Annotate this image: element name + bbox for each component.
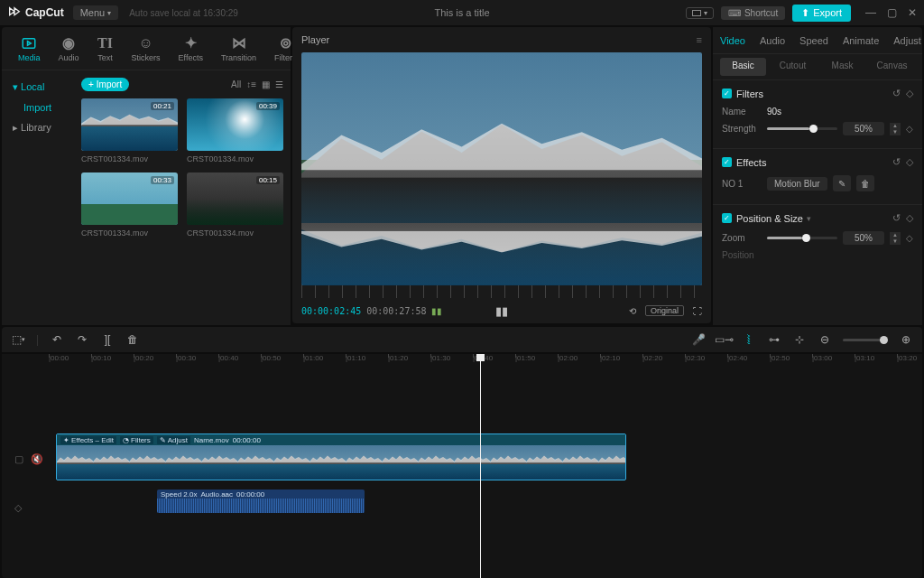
filters-checkbox[interactable]: ✓	[722, 89, 732, 98]
record-vo-icon[interactable]: 🎤	[691, 332, 706, 347]
filter-name-value: 90s	[767, 107, 781, 117]
document-title[interactable]: This is a title	[434, 7, 489, 18]
zoom-out-icon[interactable]: ⊖	[818, 332, 832, 347]
maximize-button[interactable]: ▢	[887, 6, 897, 19]
snapshot-icon[interactable]: ⟲	[629, 306, 636, 316]
keyframe-icon[interactable]: ◇	[906, 233, 913, 243]
preview-icon[interactable]: ⊹	[792, 332, 807, 347]
reset-icon[interactable]: ↺	[892, 156, 901, 168]
video-mute-icon[interactable]: 🔇	[31, 453, 43, 465]
audio-clip-name: Audio.aac	[200, 490, 233, 499]
indicator-icon: ▮▮	[431, 306, 442, 316]
export-button[interactable]: ⬆ Export	[792, 5, 851, 22]
close-button[interactable]: ✕	[908, 6, 917, 19]
tab-media[interactable]: Media	[9, 27, 50, 70]
clip-tag-filters[interactable]: ◔ Filters	[120, 436, 153, 444]
stickers-icon: ☺	[138, 35, 154, 51]
clip-tag-adjust[interactable]: ✎ Adjust	[157, 436, 190, 444]
strength-value[interactable]: 50%	[843, 122, 884, 135]
undo-button[interactable]: ↶	[50, 332, 64, 347]
tab-effects[interactable]: ✦ Effects	[170, 27, 212, 70]
inspector-tab-speed[interactable]: Speed	[792, 27, 836, 53]
edit-effect-button[interactable]: ✎	[833, 175, 851, 191]
keyframe-icon[interactable]: ◇	[906, 212, 913, 224]
reset-icon[interactable]: ↺	[892, 212, 901, 224]
app-logo: CapCut	[7, 5, 64, 20]
sidebar-item-local[interactable]: ▾ Local	[2, 76, 74, 98]
sort-icon[interactable]: ↕≡	[246, 79, 256, 89]
section-filters: ✓ Filters ↺ ◇ Name 90s Strength 50% ▲▼	[713, 79, 922, 148]
delete-button[interactable]: 🗑	[125, 332, 140, 347]
strength-spinner[interactable]: ▲▼	[890, 123, 901, 135]
timeline-video-clip[interactable]: ✦ Effects – Edit ◔ Filters ✎ Adjust Name…	[56, 434, 626, 480]
inspector-tab-video[interactable]: Video	[713, 27, 753, 53]
shortcut-button[interactable]: ⌨ Shortcut	[721, 6, 785, 20]
media-clip[interactable]: 00:21 CRST001334.mov	[81, 98, 178, 163]
player-viewport[interactable]	[301, 52, 702, 285]
delete-effect-button[interactable]: 🗑	[856, 175, 874, 191]
keyframe-icon[interactable]: ◇	[906, 88, 913, 99]
keyboard-icon: ⌨	[728, 8, 741, 18]
split-button[interactable]: ][	[100, 332, 115, 347]
player-menu-icon[interactable]: ≡	[697, 34, 702, 45]
quality-original[interactable]: Original	[645, 305, 684, 316]
view-list-icon[interactable]: ☰	[275, 79, 283, 89]
media-clip[interactable]: 00:39 CRST001334.mov	[187, 98, 283, 163]
magnetic-icon[interactable]: ▭⊸	[716, 332, 731, 347]
link-icon[interactable]: ⊶	[767, 332, 781, 347]
position-label: Position	[722, 250, 762, 260]
timeline-ruler[interactable]: |00:00|00:10|00:20|00:30|00:40|00:50|01:…	[49, 354, 922, 368]
chevron-down-icon[interactable]: ▾	[807, 214, 811, 223]
sidebar-item-import[interactable]: Import	[2, 98, 74, 117]
menu-button[interactable]: Menu ▾	[73, 5, 119, 20]
tab-stickers[interactable]: ☺ Stickers	[123, 27, 170, 70]
audio-track-lock-icon[interactable]: ◇	[14, 502, 22, 514]
import-button[interactable]: + Import	[81, 78, 129, 91]
strength-slider[interactable]	[767, 127, 837, 130]
tab-transition[interactable]: ⋈ Transition	[212, 27, 265, 70]
clip-tag-effects[interactable]: ✦ Effects – Edit	[60, 436, 116, 444]
aspect-icon	[692, 10, 701, 16]
timeline-zoom-slider[interactable]	[843, 339, 888, 341]
aspect-ratio-button[interactable]: ▾	[686, 7, 714, 19]
select-tool[interactable]: ⬚▾	[11, 332, 25, 347]
tab-audio[interactable]: ◉ Audio	[50, 27, 88, 70]
keyframe-icon[interactable]: ◇	[906, 156, 913, 168]
keyframe-icon[interactable]: ◇	[906, 124, 913, 134]
subtab-mask[interactable]: Mask	[819, 58, 865, 76]
effect-name: Motion Blur	[767, 177, 827, 191]
minimize-button[interactable]: —	[865, 6, 876, 19]
inspector-tab-audio[interactable]: Audio	[753, 27, 792, 53]
subtab-cutout[interactable]: Cutout	[770, 58, 816, 76]
video-track-toggle[interactable]: ▢	[14, 453, 23, 465]
plus-icon: +	[88, 79, 94, 89]
player-title: Player	[301, 34, 329, 45]
subtab-basic[interactable]: Basic	[720, 58, 766, 76]
redo-button[interactable]: ↷	[75, 332, 89, 347]
inspector-tab-animate[interactable]: Animate	[836, 27, 886, 53]
position-checkbox[interactable]: ✓	[722, 213, 732, 223]
subtab-canvas[interactable]: Canvas	[869, 58, 915, 76]
media-clip[interactable]: 00:33 CRST001334.mov	[81, 172, 178, 238]
media-clip[interactable]: 00:15 CRST001334.mov	[187, 172, 283, 238]
player-current-time: 00:00:02:45	[301, 306, 361, 316]
reset-icon[interactable]: ↺	[892, 88, 901, 99]
inspector-tab-adjust[interactable]: Adjust	[886, 27, 922, 53]
sidebar-item-library[interactable]: ▸ Library	[2, 117, 74, 139]
filters-icon: ⊚	[277, 35, 293, 51]
zoom-value[interactable]: 50%	[843, 231, 884, 245]
filter-all[interactable]: All	[231, 79, 241, 89]
timeline-audio-clip[interactable]: Speed 2.0x Audio.aac 00:00:00	[157, 489, 365, 513]
pause-button[interactable]: ▮▮	[495, 304, 508, 318]
snap-icon[interactable]: ⦚	[742, 332, 756, 347]
tab-text[interactable]: TI Text	[88, 27, 123, 70]
effects-checkbox[interactable]: ✓	[722, 157, 732, 167]
view-grid-icon[interactable]: ▦	[262, 79, 270, 89]
zoom-spinner[interactable]: ▲▼	[890, 232, 901, 245]
zoom-in-icon[interactable]: ⊕	[899, 332, 913, 347]
fullscreen-icon[interactable]: ⛶	[693, 306, 702, 316]
zoom-slider[interactable]	[767, 237, 837, 239]
playhead[interactable]	[480, 354, 481, 578]
player-scrub-ruler[interactable]	[301, 285, 702, 298]
position-title: Position & Size	[736, 213, 803, 224]
